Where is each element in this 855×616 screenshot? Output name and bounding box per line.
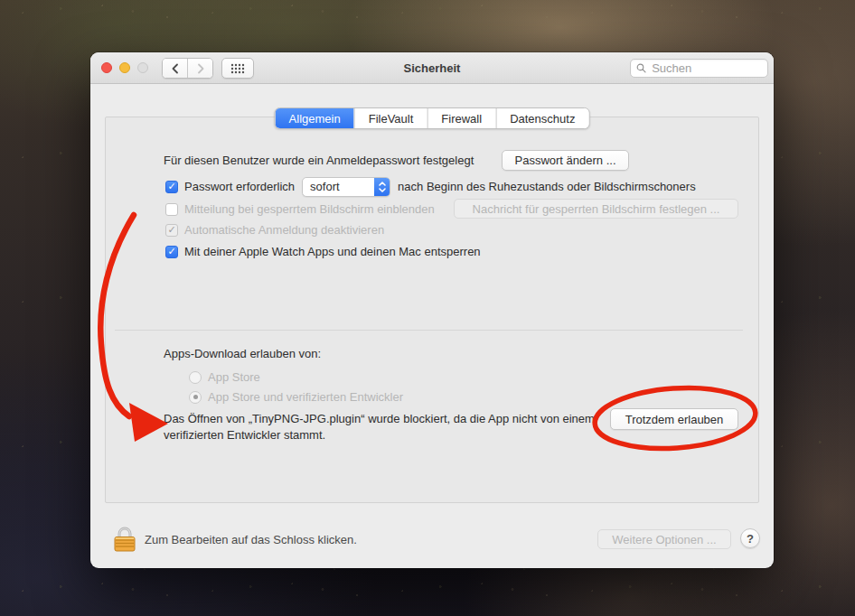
require-password-label: Passwort erforderlich xyxy=(184,180,295,193)
grid-icon xyxy=(230,63,245,74)
nav-buttons xyxy=(162,58,213,79)
require-password-suffix: nach Beginn des Ruhezustands oder Bildsc… xyxy=(398,180,696,193)
radio-dot xyxy=(193,395,198,399)
minimize-button[interactable] xyxy=(119,62,130,73)
lock-hint-text: Zum Bearbeiten auf das Schloss klicken. xyxy=(145,533,357,546)
identified-developers-option-row: App Store und verifizierten Entwickler xyxy=(189,387,747,407)
apple-watch-checkbox[interactable]: ✓ xyxy=(165,246,178,258)
delay-selected-value: sofort xyxy=(303,180,374,193)
app-store-option-row: App Store xyxy=(189,367,747,387)
chevron-right-icon xyxy=(195,62,206,75)
advanced-options-button: Weitere Optionen ... xyxy=(597,529,731,549)
forward-button xyxy=(187,59,212,78)
lock-icon[interactable] xyxy=(114,526,136,552)
downloads-section-row: Apps-Download erlauben von: xyxy=(164,343,747,364)
disable-autologin-checkbox: ✓ xyxy=(165,224,178,237)
require-password-delay-select[interactable]: sofort xyxy=(302,177,390,197)
lock-message-button: Nachricht für gesperrten Bildschirm fest… xyxy=(454,199,738,219)
lock-message-label: Mitteilung bei gesperrtem Bildschirm ein… xyxy=(184,202,435,216)
blocked-app-message: Das Öffnen von „TinyPNG-JPG.plugin“ wurd… xyxy=(164,411,597,443)
tab-bar: Allgemein FileVault Firewall Datenschutz xyxy=(275,107,590,129)
tab-firewall[interactable]: Firewall xyxy=(427,108,495,128)
password-set-text: Für diesen Benutzer wurde ein Anmeldepas… xyxy=(164,154,474,167)
close-button[interactable] xyxy=(101,62,112,73)
chevron-left-icon xyxy=(170,62,181,75)
select-stepper xyxy=(374,178,390,196)
general-tab-panel: Für diesen Benutzer wurde ein Anmeldepas… xyxy=(105,117,759,503)
security-preferences-window: Sicherheit Allgemein FileVault Firewall … xyxy=(90,52,774,568)
require-password-checkbox[interactable]: ✓ xyxy=(165,181,178,193)
traffic-lights xyxy=(101,62,148,73)
check-icon: ✓ xyxy=(167,225,175,235)
apple-watch-row: ✓ Mit deiner Apple Watch Apps und deinen… xyxy=(165,241,747,262)
downloads-section-label: Apps-Download erlauben von: xyxy=(164,347,321,360)
app-store-radio xyxy=(189,371,202,384)
check-icon: ✓ xyxy=(167,182,175,191)
chevron-up-down-icon xyxy=(377,180,388,194)
disable-autologin-label: Automatische Anmeldung deaktivieren xyxy=(184,223,384,237)
show-all-button[interactable] xyxy=(221,58,254,79)
section-divider xyxy=(115,330,743,331)
change-password-button[interactable]: Passwort ändern ... xyxy=(502,150,629,171)
app-store-option-label: App Store xyxy=(208,370,260,384)
titlebar: Sicherheit xyxy=(90,52,774,84)
identified-developers-radio xyxy=(189,391,202,404)
lock-message-checkbox xyxy=(165,203,178,216)
search-input[interactable] xyxy=(650,61,762,76)
tab-allgemein[interactable]: Allgemein xyxy=(276,108,354,128)
password-set-row: Für diesen Benutzer wurde ein Anmeldepas… xyxy=(164,150,747,171)
search-field[interactable] xyxy=(630,59,768,78)
check-icon: ✓ xyxy=(167,247,175,257)
allow-anyway-button[interactable]: Trotzdem erlauben xyxy=(610,408,738,430)
tab-datenschutz[interactable]: Datenschutz xyxy=(495,108,588,128)
help-button[interactable]: ? xyxy=(740,528,760,548)
require-password-row: ✓ Passwort erforderlich sofort nach Begi… xyxy=(165,176,747,197)
apple-watch-label: Mit deiner Apple Watch Apps und deinen M… xyxy=(184,245,481,258)
search-icon xyxy=(636,62,646,74)
zoom-button-disabled xyxy=(137,62,148,73)
identified-developers-option-label: App Store und verifizierten Entwickler xyxy=(208,390,403,404)
back-button[interactable] xyxy=(163,59,187,78)
disable-autologin-row: ✓ Automatische Anmeldung deaktivieren xyxy=(165,219,747,240)
tab-filevault[interactable]: FileVault xyxy=(354,108,428,128)
